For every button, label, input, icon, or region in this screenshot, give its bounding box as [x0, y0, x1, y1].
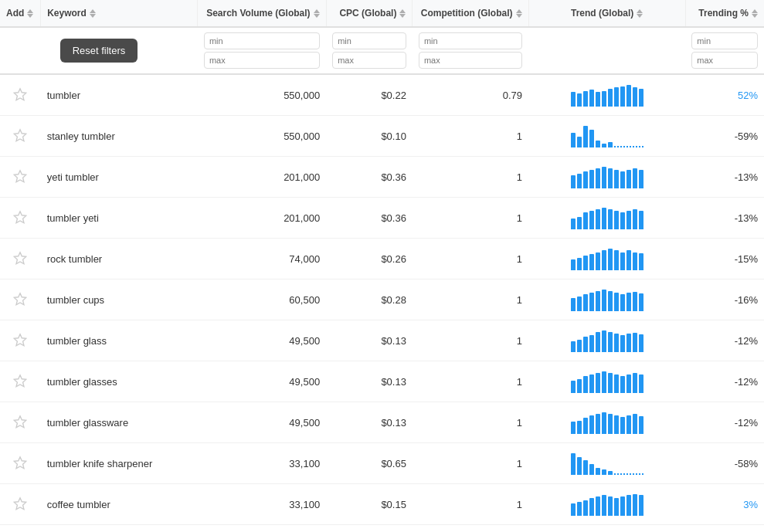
trend-bar — [626, 85, 631, 107]
trend-bar — [589, 415, 594, 434]
star-icon[interactable] — [13, 496, 27, 510]
trend-bar — [633, 146, 637, 147]
trend-cell — [528, 443, 685, 484]
trend-bar — [596, 332, 600, 352]
trend-bar — [633, 473, 637, 475]
filter-trending-max[interactable] — [691, 52, 758, 69]
trend-chart — [535, 411, 679, 434]
filter-row: Reset filters — [0, 27, 764, 74]
trend-chart — [535, 370, 679, 393]
trend-bar — [639, 416, 643, 434]
keyword-cell: tumbler — [41, 74, 198, 116]
volume-cell: 60,500 — [198, 280, 326, 320]
header-trend: Trend (Global) — [528, 0, 685, 27]
trend-bar — [608, 168, 613, 188]
star-icon[interactable] — [13, 169, 27, 183]
trend-bar — [596, 414, 600, 434]
reset-filters-button[interactable]: Reset filters — [60, 39, 138, 63]
header-competition: Competition (Global) — [413, 0, 528, 27]
cpc-cell: $0.36 — [326, 198, 413, 239]
star-icon[interactable] — [13, 292, 27, 306]
svg-marker-7 — [15, 374, 26, 386]
competition-cell: 0.79 — [413, 74, 528, 116]
trend-bar — [577, 457, 582, 475]
sort-add-icon[interactable] — [27, 9, 33, 18]
star-icon[interactable] — [13, 210, 27, 224]
trend-bar — [583, 171, 588, 188]
star-icon[interactable] — [13, 333, 27, 347]
star-icon[interactable] — [13, 251, 27, 265]
star-icon[interactable] — [13, 87, 27, 101]
filter-volume-max[interactable] — [204, 52, 320, 69]
competition-cell: 1 — [413, 157, 528, 198]
filter-trending-min[interactable] — [691, 32, 758, 49]
filter-cpc-min[interactable] — [332, 32, 406, 49]
trend-bar — [571, 503, 576, 516]
sort-keyword-icon[interactable] — [90, 9, 96, 18]
trend-bar — [620, 335, 625, 352]
svg-marker-2 — [15, 170, 26, 181]
sort-competition-icon[interactable] — [516, 9, 522, 18]
filter-trending-cell — [685, 27, 764, 74]
filter-volume-min[interactable] — [204, 32, 320, 49]
trend-bar — [571, 92, 576, 107]
trend-bar — [589, 335, 594, 352]
volume-cell: 550,000 — [198, 116, 326, 157]
star-icon[interactable] — [13, 456, 27, 469]
trend-bar — [620, 473, 625, 475]
filter-volume-cell — [198, 27, 326, 74]
sort-cpc-icon[interactable] — [399, 9, 406, 18]
sort-volume-icon[interactable] — [314, 9, 320, 18]
star-icon[interactable] — [13, 374, 27, 388]
competition-cell: 1 — [413, 443, 528, 484]
trend-cell — [528, 239, 685, 280]
trending-pct-cell: -58% — [685, 443, 764, 484]
table-row: tumbler glassware49,500$0.131-12% — [0, 402, 764, 443]
trend-bar — [571, 341, 576, 352]
trend-bar — [602, 208, 606, 229]
filter-competition-cell — [413, 27, 528, 74]
trend-bar — [589, 374, 594, 393]
trend-bar — [577, 258, 582, 270]
svg-marker-3 — [15, 211, 26, 222]
trending-pct-cell: 3% — [685, 484, 764, 525]
volume-cell: 201,000 — [198, 198, 326, 239]
svg-marker-5 — [15, 293, 26, 304]
trend-chart — [535, 165, 679, 188]
trend-bar — [589, 254, 594, 270]
trend-bar — [639, 334, 643, 352]
filter-cpc-max[interactable] — [332, 52, 406, 69]
trend-bar — [633, 209, 637, 229]
trend-bar — [639, 211, 643, 229]
cpc-cell: $0.15 — [326, 484, 413, 525]
trend-bar — [571, 219, 576, 229]
trend-bar — [608, 89, 613, 107]
volume-cell: 49,500 — [198, 320, 326, 361]
trend-bar — [583, 337, 588, 352]
table-row: yeti tumbler201,000$0.361-13% — [0, 157, 764, 198]
trend-bar — [639, 473, 643, 475]
volume-cell: 33,100 — [198, 443, 326, 484]
table-row: tumbler with straw22,200$0.20156% — [0, 525, 764, 533]
trend-bar — [596, 92, 600, 107]
trend-cell — [528, 320, 685, 361]
sort-trend-icon[interactable] — [637, 9, 643, 18]
trend-chart — [535, 247, 679, 270]
table-row: tumbler cups60,500$0.281-16% — [0, 280, 764, 320]
trend-cell — [528, 157, 685, 198]
trend-bar — [626, 495, 631, 516]
star-icon[interactable] — [13, 128, 27, 142]
trend-bar — [608, 414, 613, 434]
filter-competition-min[interactable] — [419, 32, 522, 49]
filter-competition-max[interactable] — [419, 52, 522, 69]
star-icon[interactable] — [13, 415, 27, 429]
trend-bar — [602, 330, 606, 352]
trend-chart — [535, 206, 679, 229]
sort-trending-icon[interactable] — [752, 9, 758, 18]
trend-bar — [571, 133, 576, 147]
trend-bar — [571, 422, 576, 434]
trend-bar — [596, 373, 600, 393]
trend-chart — [535, 452, 679, 475]
cpc-cell: $0.28 — [326, 280, 413, 320]
cpc-cell: $0.20 — [326, 525, 413, 533]
